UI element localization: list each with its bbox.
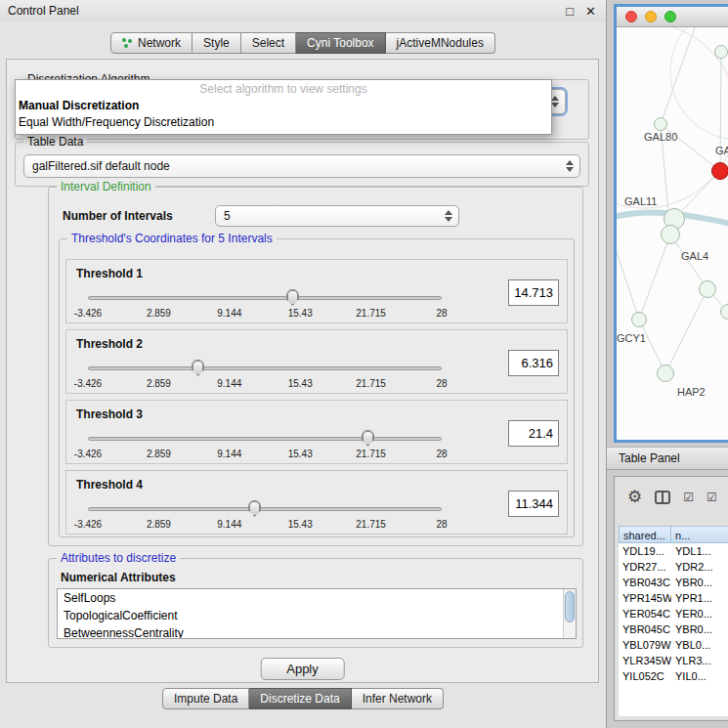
minimize-traffic-light-icon[interactable] [645,11,657,22]
slider-tick-labels: -3.4262.8599.14415.4321.71528 [88,308,442,320]
cyni-toolbox-panel: Discretization Algorithm Select algorith… [6,59,599,683]
table-cell: YIL0... [671,668,728,684]
slider-thumb[interactable] [362,430,374,447]
tab-select[interactable]: Select [241,32,296,54]
apply-button[interactable]: Apply [260,658,345,680]
slider-thumb[interactable] [248,500,261,517]
tab-infer-network[interactable]: Infer Network [352,688,444,709]
network-node[interactable] [699,280,716,298]
table-row[interactable]: YER054CYER0... [619,606,728,621]
table-body: YDL19...YDL1...YDR27...YDR2...YBR043CYBR… [619,543,728,684]
dropdown-option[interactable]: Manual Discretization [16,98,551,114]
table-row[interactable]: YIL052CYIL0... [619,668,728,684]
threshold-value-field[interactable]: 21.4 [508,420,559,447]
table-cell: YDR2... [671,559,728,575]
tab-impute-data[interactable]: Impute Data [162,688,249,709]
tab-cyni-toolbox[interactable]: Cyni Toolbox [296,32,385,54]
threshold-slider[interactable]: -3.4262.8599.14415.4321.71528 [88,430,442,461]
network-node[interactable] [661,225,680,244]
table-row[interactable]: YBR045CYBR0... [619,621,728,637]
table-cell: YER054C [619,606,671,621]
dropdown-option[interactable]: Equal Width/Frequency Discretization [16,114,551,131]
interval-definition-title: Interval Definition [57,180,155,193]
tick-label: 28 [436,449,447,459]
table-data-combobox[interactable]: galFiltered.sif default node [23,154,580,178]
threshold-slider[interactable]: -3.4262.8599.14415.4321.71528 [88,289,442,321]
tick-label: 28 [436,519,447,530]
algorithm-dropdown-popup: Select algorithm to view settings Manual… [15,79,552,135]
threshold-value-field[interactable]: 11.344 [508,491,559,517]
attribute-items: SelfLoopsTopologicalCoefficientBetweenne… [58,589,576,639]
select-all-icon[interactable]: ☑ [707,492,717,503]
table-cell: YDL19... [619,543,671,559]
tab-jactivemnodules[interactable]: jActiveMNodules [386,32,495,54]
table-row[interactable]: YPR145WYPR1... [619,590,728,606]
tick-label: 2.859 [147,378,171,389]
network-node-selected[interactable] [711,162,728,180]
attribute-list-item[interactable]: SelfLoops [58,589,576,607]
column-header[interactable]: shared... [619,526,671,543]
network-node[interactable] [654,117,667,131]
number-of-intervals-value: 5 [224,209,231,223]
table-row[interactable]: YBL079WYBL0... [619,637,728,653]
table-panel-header: Table Panel [607,447,728,470]
network-node[interactable] [657,364,674,382]
attribute-list-item[interactable]: TopologicalCoefficient [58,607,576,624]
network-icon [122,38,133,49]
thresholds-group-title: Threshold's Coordinates for 5 Intervals [67,232,277,245]
table-cell: YLR345W [619,653,671,668]
numerical-attributes-list: SelfLoopsTopologicalCoefficientBetweenne… [57,588,577,639]
table-cell: YPR145W [619,590,671,606]
slider-track[interactable] [88,296,442,300]
threshold-value-field[interactable]: 6.316 [508,350,559,376]
table-row[interactable]: YBR043CYBR0... [619,575,728,590]
network-canvas[interactable]: GAL80GALGAL11GAL4GCY1HAP2 [617,27,728,442]
node-label: GAL4 [681,250,708,262]
scrollbar-thumb[interactable] [565,591,575,622]
slider-track[interactable] [88,366,442,370]
gear-icon[interactable]: ⚙ [627,489,642,505]
attributes-scrollbar[interactable] [563,589,576,638]
tick-label: 2.859 [147,519,171,530]
close-icon[interactable]: ✕ [585,5,596,18]
screen: Control Panel □ ✕ NetworkStyleSelectCyni… [0,0,728,728]
tick-label: 28 [436,378,447,389]
slider-track[interactable] [88,437,442,441]
tab-discretize-data[interactable]: Discretize Data [249,688,351,709]
table-row[interactable]: YLR345WYLR3... [619,653,728,668]
slider-thumb[interactable] [286,289,299,306]
slider-thumb[interactable] [192,360,204,376]
network-node[interactable] [631,312,647,327]
tab-label: Select [252,36,284,50]
network-node[interactable] [714,45,728,59]
thresholds-group: Threshold's Coordinates for 5 Intervals … [59,238,575,537]
table-cell: YBR045C [619,621,671,637]
tick-label: -3.426 [74,519,102,530]
column-header[interactable]: n... [671,526,728,543]
threshold-slider[interactable]: -3.4262.8599.14415.4321.71528 [88,500,442,532]
tick-label: 15.43 [288,449,313,459]
table-row[interactable]: YDL19...YDL1... [619,543,728,559]
slider-track[interactable] [88,507,442,511]
tick-label: 15.43 [288,308,313,319]
attribute-list-item[interactable]: BetweennessCentrality [58,624,576,639]
table-cell: YLR3... [671,653,728,668]
columns-icon[interactable] [655,491,670,504]
threshold-value-field[interactable]: 14.713 [508,279,559,306]
zoom-traffic-light-icon[interactable] [664,11,676,22]
table-cell: YBL079W [619,637,671,653]
tab-style[interactable]: Style [193,32,241,54]
close-traffic-light-icon[interactable] [625,11,637,22]
number-of-intervals-combobox[interactable]: 5 [215,205,459,227]
network-window-titlebar [617,7,728,27]
dropdown-placeholder: Select algorithm to view settings [16,80,551,98]
select-rows-icon[interactable]: ☑ [683,492,694,503]
table-row[interactable]: YDR27...YDR2... [619,559,728,575]
threshold-slider[interactable]: -3.4262.8599.14415.4321.71528 [88,360,442,391]
float-window-icon[interactable]: □ [566,5,574,18]
table-panel-toolbar: ⚙ ☑ ☑ [615,477,728,510]
tab-network[interactable]: Network [110,32,193,54]
window-title: Control Panel [8,4,79,18]
control-panel-window: Control Panel □ ✕ NetworkStyleSelectCyni… [0,0,607,728]
table-cell: YDR27... [619,559,671,575]
